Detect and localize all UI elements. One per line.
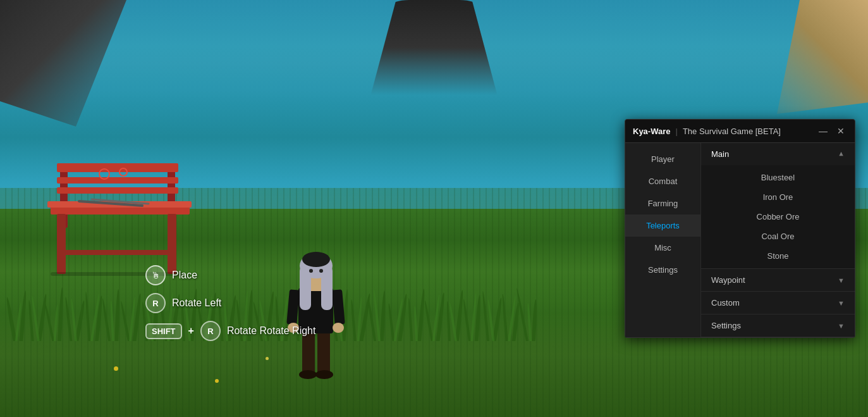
minimize-button[interactable]: —	[817, 125, 829, 137]
panel-controls: — ✕	[817, 125, 847, 137]
accordion-settings-label: Settings	[711, 321, 741, 330]
teleport-iron-ore[interactable]: Iron Ore	[701, 187, 855, 207]
close-button[interactable]: ✕	[834, 125, 847, 137]
r-key-badge-2: R	[200, 321, 221, 341]
accordion-waypoint-header[interactable]: Waypoint ▼	[701, 269, 855, 291]
panel-title: Kya-Ware | The Survival Game [BETA]	[633, 127, 781, 136]
svg-point-113	[319, 269, 323, 273]
svg-point-83	[527, 303, 533, 341]
svg-rect-88	[57, 187, 178, 194]
svg-point-61	[110, 301, 116, 341]
svg-point-77	[413, 306, 419, 341]
nav-item-combat[interactable]: Combat	[625, 170, 700, 192]
svg-point-42	[408, 298, 415, 341]
teleport-stone[interactable]: Stone	[701, 246, 855, 266]
accordion-main-body: Bluesteel Iron Ore Cobber Ore Coal Ore S…	[701, 165, 855, 268]
nav-item-farming[interactable]: Farming	[625, 192, 700, 215]
chevron-custom-icon: ▼	[838, 299, 845, 307]
svg-rect-110	[321, 266, 333, 310]
svg-rect-93	[60, 250, 174, 255]
accordion-waypoint: Waypoint ▼	[701, 269, 855, 292]
r-key-badge: R	[145, 293, 166, 313]
svg-point-58	[52, 304, 58, 341]
svg-rect-103	[332, 289, 345, 325]
panel-body: Player Combat Farming Teleports Misc Set…	[625, 143, 855, 337]
accordion-settings: Settings ▼	[701, 314, 855, 337]
mouse-icon: 🖱	[145, 265, 166, 285]
panel-app-name: Kya-Ware	[633, 127, 670, 136]
svg-rect-100	[317, 329, 330, 373]
accordion-custom-header[interactable]: Custom ▼	[701, 292, 855, 314]
chevron-settings-icon: ▼	[838, 322, 845, 330]
teleport-bluesteel[interactable]: Bluesteel	[701, 168, 855, 187]
plus-sign: +	[188, 325, 194, 337]
accordion-main-header[interactable]: Main ▼	[701, 143, 855, 165]
keybind-rotate-left: R Rotate Left	[145, 293, 315, 313]
rotate-right-label: Rotate Rotate Right	[227, 325, 316, 337]
teleport-coal-ore[interactable]: Coal Ore	[701, 227, 855, 246]
svg-rect-87	[57, 177, 178, 184]
panel-nav: Player Combat Farming Teleports Misc Set…	[625, 143, 701, 337]
nav-item-teleports[interactable]: Teleports	[625, 215, 700, 237]
accordion-settings-header[interactable]: Settings ▼	[701, 314, 855, 337]
svg-point-11	[114, 289, 120, 341]
panel-header: Kya-Ware | The Survival Game [BETA] — ✕	[625, 120, 855, 143]
panel-content: Main ▼ Bluesteel Iron Ore Cobber Ore Coa…	[701, 143, 855, 337]
accordion-custom: Custom ▼	[701, 292, 855, 314]
chevron-waypoint-icon: ▼	[838, 277, 845, 284]
svg-rect-91	[57, 214, 66, 274]
nav-item-misc[interactable]: Misc	[625, 237, 700, 259]
keybind-rotate-right: SHIFT + R Rotate Rotate Right	[145, 321, 315, 341]
panel-title-separator: |	[675, 127, 677, 136]
nav-item-settings[interactable]: Settings	[625, 259, 700, 281]
chevron-main-icon: ▼	[838, 151, 845, 158]
keybind-place: 🖱 Place	[145, 265, 315, 285]
svg-point-115	[315, 370, 333, 379]
shift-key-badge: SHIFT	[145, 323, 182, 339]
accordion-waypoint-label: Waypoint	[711, 275, 745, 285]
keybinds-panel: 🖱 Place R Rotate Left SHIFT + R Rotate R…	[145, 265, 315, 341]
svg-rect-86	[57, 163, 178, 172]
nav-item-player[interactable]: Player	[625, 148, 700, 170]
accordion-custom-label: Custom	[711, 298, 740, 308]
svg-point-114	[299, 370, 317, 379]
svg-point-36	[350, 299, 358, 341]
teleport-cobber-ore[interactable]: Cobber Ore	[701, 207, 855, 227]
svg-point-8	[85, 292, 92, 341]
accordion-main: Main ▼ Bluesteel Iron Ore Cobber Ore Coa…	[701, 143, 855, 269]
svg-point-52	[501, 294, 510, 341]
svg-point-55	[531, 299, 538, 341]
overlay-panel: Kya-Ware | The Survival Game [BETA] — ✕ …	[625, 119, 855, 338]
rotate-left-label: Rotate Left	[172, 297, 221, 309]
svg-point-105	[333, 323, 344, 333]
panel-game-name: The Survival Game [BETA]	[683, 127, 781, 136]
accordion-main-label: Main	[711, 149, 729, 159]
place-label: Place	[172, 270, 197, 281]
